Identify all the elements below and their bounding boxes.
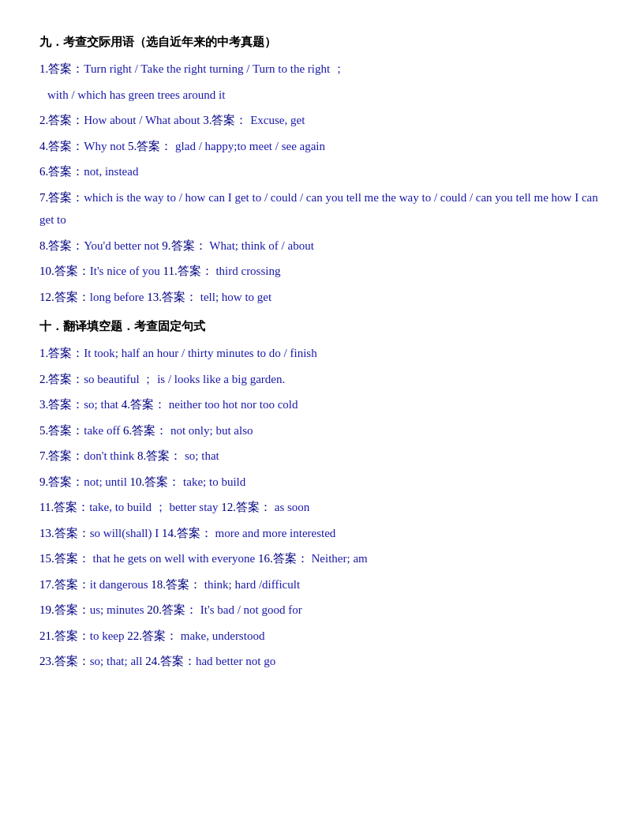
text-9-13: tell; how to get <box>197 291 271 303</box>
text-9-9: What; think of / about <box>207 239 314 252</box>
answer-10-11-12: 11.答案：take, to build ； better stay 12.答案… <box>39 496 605 519</box>
label-10-6: 6.答案： <box>120 424 167 437</box>
text-9-3: Excuse, get <box>247 114 305 126</box>
label-9-1: 1.答案： <box>39 62 84 75</box>
label-9-3: 3.答案： <box>200 114 247 126</box>
label-9-6: 6.答案： <box>39 165 84 178</box>
answer-9-1-cont: with / which has green trees around it <box>39 84 605 107</box>
text-10-23: so; that; all <box>90 655 143 667</box>
text-9-11: third crossing <box>213 265 281 277</box>
section-10: 十．翻译填空题．考查固定句式 1.答案：It took; half an hou… <box>39 316 605 673</box>
answer-10-1: 1.答案：It took; half an hour / thirty minu… <box>39 342 605 365</box>
label-10-8: 8.答案： <box>134 449 182 462</box>
label-10-9: 9.答案： <box>39 475 84 488</box>
answer-9-1: 1.答案：Turn right / Take the right turning… <box>39 58 605 81</box>
text-9-2: How about / What about <box>84 114 200 126</box>
text-10-1: It took; half an hour / thirty minutes t… <box>84 347 316 359</box>
label-10-17: 17.答案： <box>39 578 90 591</box>
label-10-3: 3.答案： <box>39 398 84 411</box>
answer-9-4-5: 4.答案：Why not 5.答案： glad / happy;to meet … <box>39 135 605 158</box>
text-9-4: Why not <box>84 140 125 152</box>
label-9-4: 4.答案： <box>39 140 84 152</box>
answer-10-13-14: 13.答案：so will(shall) I 14.答案： more and m… <box>39 522 605 545</box>
label-10-23: 23.答案： <box>39 655 90 667</box>
label-10-21: 21.答案： <box>39 629 90 642</box>
label-10-12: 12.答案： <box>219 501 272 513</box>
text-10-3: so; that <box>84 398 118 411</box>
text-9-8: You'd better not <box>84 239 159 252</box>
answer-10-9-10: 9.答案：not; until 10.答案： take; to build <box>39 471 605 494</box>
section-10-title: 十．翻译填空题．考查固定句式 <box>39 316 605 337</box>
text-10-2: so beautiful ； is / looks like a big gar… <box>84 373 285 385</box>
label-10-14: 14.答案： <box>159 527 212 539</box>
text-10-24: had better not go <box>196 655 275 667</box>
text-10-18: think; hard /difficult <box>201 578 300 591</box>
answer-9-8-9: 8.答案：You'd better not 9.答案： What; think … <box>39 235 605 257</box>
text-9-1: Turn right / Take the right turning / Tu… <box>84 62 345 75</box>
text-10-22: make, understood <box>178 629 264 642</box>
text-10-9: not; until <box>84 475 127 488</box>
label-9-5: 5.答案： <box>125 140 172 152</box>
label-10-11: 11.答案： <box>39 501 89 513</box>
label-10-16: 16.答案： <box>255 552 309 565</box>
section-9-title: 九．考查交际用语（选自近年来的中考真题） <box>39 32 605 53</box>
text-10-13: so will(shall) I <box>90 527 159 539</box>
answer-10-19-20: 19.答案：us; minutes 20.答案： It's bad / not … <box>39 599 605 622</box>
label-9-9: 9.答案： <box>159 239 207 252</box>
label-9-12: 12.答案： <box>39 291 90 303</box>
answer-10-23-24: 23.答案：so; that; all 24.答案：had better not… <box>39 650 605 673</box>
label-10-4: 4.答案： <box>118 398 166 411</box>
answer-10-3-4: 3.答案：so; that 4.答案： neither too hot nor … <box>39 393 605 416</box>
label-9-8: 8.答案： <box>39 239 84 252</box>
text-10-6: not only; but also <box>167 424 253 437</box>
label-10-15: 15.答案： <box>39 552 90 565</box>
text-10-7: don't think <box>84 449 134 462</box>
answer-10-7-8: 7.答案：don't think 8.答案： so; that <box>39 445 605 468</box>
text-10-15: that he gets on well with everyone <box>90 552 256 565</box>
label-10-13: 13.答案： <box>39 527 90 539</box>
label-10-7: 7.答案： <box>39 449 84 462</box>
text-10-11: take, to build ； better stay <box>89 501 218 513</box>
text-9-10: It's nice of you <box>90 265 160 277</box>
label-9-7: 7.答案： <box>39 191 84 204</box>
label-9-10: 10.答案： <box>39 265 90 277</box>
text-10-14: more and more interested <box>212 527 336 539</box>
label-10-19: 19.答案： <box>39 603 90 616</box>
text-10-4: neither too hot nor too cold <box>166 398 298 411</box>
answer-9-2-3: 2.答案：How about / What about 3.答案： Excuse… <box>39 109 605 132</box>
text-9-6: not, instead <box>84 165 138 178</box>
page-content: 九．考查交际用语（选自近年来的中考真题） 1.答案：Turn right / T… <box>39 32 605 673</box>
text-10-16: Neither; am <box>309 552 368 565</box>
text-10-17: it dangerous <box>90 578 148 591</box>
answer-9-10-11: 10.答案：It's nice of you 11.答案： third cros… <box>39 260 605 283</box>
answer-9-12-13: 12.答案：long before 13.答案： tell; how to ge… <box>39 286 605 309</box>
answer-10-21-22: 21.答案：to keep 22.答案： make, understood <box>39 625 605 648</box>
text-10-21: to keep <box>90 629 125 642</box>
text-9-12: long before <box>90 291 144 303</box>
answer-9-7: 7.答案：which is the way to / how can I get… <box>39 186 605 231</box>
label-10-1: 1.答案： <box>39 347 84 359</box>
label-9-11: 11.答案： <box>160 265 213 277</box>
text-10-19: us; minutes <box>90 603 144 616</box>
answer-10-15-16: 15.答案： that he gets on well with everyon… <box>39 547 605 570</box>
text-10-5: take off <box>84 424 120 437</box>
text-10-10: take; to build <box>180 475 245 488</box>
text-9-5: glad / happy;to meet / see again <box>172 140 325 152</box>
label-10-2: 2.答案： <box>39 373 84 385</box>
answer-9-6: 6.答案：not, instead <box>39 160 605 183</box>
label-10-5: 5.答案： <box>39 424 84 437</box>
text-10-20: It's bad / not good for <box>197 603 302 616</box>
text-10-8: so; that <box>182 449 219 462</box>
label-10-18: 18.答案： <box>148 578 201 591</box>
text-10-12: as soon <box>271 501 309 513</box>
answer-10-5-6: 5.答案：take off 6.答案： not only; but also <box>39 419 605 442</box>
label-9-13: 13.答案： <box>144 291 197 303</box>
answer-10-17-18: 17.答案：it dangerous 18.答案： think; hard /d… <box>39 573 605 596</box>
label-10-22: 22.答案： <box>124 629 178 642</box>
label-10-10: 10.答案： <box>127 475 181 488</box>
label-10-20: 20.答案： <box>144 603 198 616</box>
label-10-24: 24.答案： <box>142 655 196 667</box>
answer-10-2: 2.答案：so beautiful ； is / looks like a bi… <box>39 368 605 391</box>
label-9-2: 2.答案： <box>39 114 84 126</box>
section-9: 九．考查交际用语（选自近年来的中考真题） 1.答案：Turn right / T… <box>39 32 605 308</box>
